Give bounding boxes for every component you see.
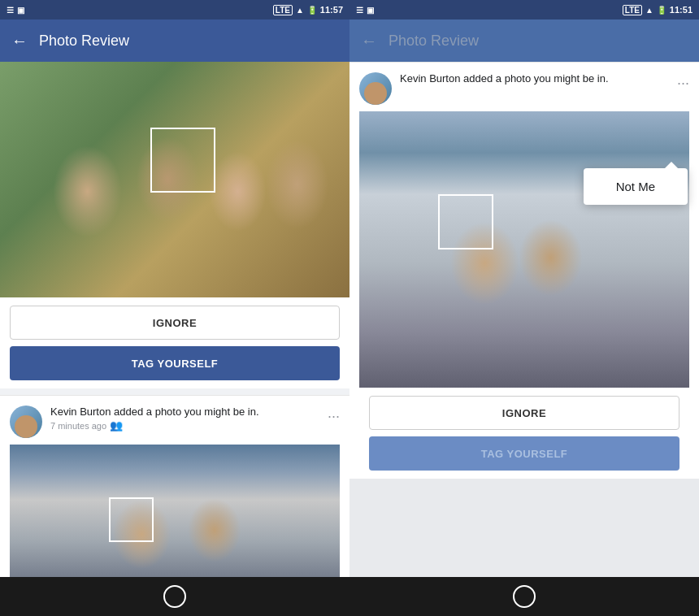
car-photo-main	[359, 111, 689, 388]
post-action-r: added a photo you might be in.	[460, 72, 608, 85]
group-photo-card: IGNORE TAG YOURSELF	[0, 62, 350, 388]
post-item-left: Kevin Burton added a photo you might be …	[0, 395, 350, 577]
status-bar-left: ☰ ▣ LTE ▲ 🔋 11:57	[0, 0, 350, 20]
audience-icon: 👥	[110, 419, 123, 432]
avatar	[10, 406, 42, 438]
sim-icon: ▣	[17, 6, 24, 15]
back-button[interactable]: ←	[11, 32, 28, 50]
battery-icon: 🔋	[307, 6, 317, 15]
group-photo	[0, 62, 350, 297]
post-meta: Kevin Burton added a photo you might be …	[50, 406, 321, 432]
network-icon: ☰	[7, 6, 14, 15]
right-phone: ☰ ▣ LTE ▲ 🔋 11:51 ← Photo Review Kevin B…	[350, 0, 699, 616]
author-name-r[interactable]: Kevin Burton	[400, 72, 460, 85]
bottom-bar-right	[350, 577, 699, 616]
face-detection-small	[109, 497, 154, 542]
status-right-icons-r: LTE ▲ 🔋 11:51	[623, 5, 692, 15]
face-detection-box	[150, 128, 215, 193]
tag-yourself-button[interactable]: TAG YOURSELF	[10, 346, 340, 380]
page-title-right: Photo Review	[389, 33, 479, 50]
status-left-icons: ☰ ▣	[7, 6, 24, 15]
post-time: 7 minutes ago 👥	[50, 419, 321, 432]
status-right-icons: LTE ▲ 🔋 11:57	[273, 5, 343, 15]
post-item-right: Kevin Burton added a photo you might be …	[350, 62, 699, 479]
home-button-r[interactable]	[513, 585, 536, 608]
back-button-r[interactable]: ←	[361, 32, 377, 50]
status-bar-right: ☰ ▣ LTE ▲ 🔋 11:51	[350, 0, 699, 20]
author-name[interactable]: Kevin Burton	[50, 406, 111, 418]
nav-bar-right: ← Photo Review	[350, 20, 699, 62]
post-author-r: Kevin Burton added a photo you might be …	[400, 72, 671, 85]
page-title-left: Photo Review	[39, 33, 129, 50]
status-left-icons-r: ☰ ▣	[356, 6, 374, 15]
action-buttons-r: IGNORE TAG YOURSELF	[359, 388, 689, 479]
ignore-button[interactable]: IGNORE	[10, 306, 340, 340]
signal-icon: ▲	[296, 6, 304, 15]
left-phone: ☰ ▣ LTE ▲ 🔋 11:57 ← Photo Review IGNORE …	[0, 0, 350, 616]
sim-icon-r: ▣	[367, 6, 374, 15]
not-me-option[interactable]: Not Me	[584, 168, 688, 205]
car-photo-preview	[10, 445, 340, 577]
home-button[interactable]	[163, 585, 186, 608]
content-left: IGNORE TAG YOURSELF Kevin Burton added a…	[0, 62, 350, 577]
content-right: Kevin Burton added a photo you might be …	[350, 62, 699, 577]
popup-menu: Not Me	[584, 168, 688, 205]
time-ago: 7 minutes ago	[50, 421, 106, 431]
lte-badge: LTE	[273, 5, 293, 15]
signal-icon-r: ▲	[645, 6, 653, 15]
nav-bar-left: ← Photo Review	[0, 20, 350, 62]
network-icon-r: ☰	[356, 6, 363, 15]
status-time-r: 11:51	[670, 5, 692, 15]
bottom-bar-left	[0, 577, 350, 616]
more-options-button-r[interactable]: ...	[677, 72, 689, 87]
lte-badge-r: LTE	[623, 5, 642, 15]
post-header-r: Kevin Burton added a photo you might be …	[359, 72, 689, 105]
face-detection-main	[438, 194, 493, 249]
post-action: added a photo you might be in.	[111, 406, 258, 418]
avatar-r	[359, 72, 392, 105]
more-options-button[interactable]: ...	[328, 406, 340, 420]
action-buttons: IGNORE TAG YOURSELF	[0, 297, 350, 388]
battery-icon-r: 🔋	[657, 6, 666, 15]
status-time: 11:57	[320, 5, 343, 15]
ignore-button-r[interactable]: IGNORE	[369, 396, 679, 430]
post-header: Kevin Burton added a photo you might be …	[10, 406, 340, 438]
post-author: Kevin Burton added a photo you might be …	[50, 406, 321, 418]
tag-yourself-button-r[interactable]: TAG YOURSELF	[369, 436, 679, 471]
post-meta-r: Kevin Burton added a photo you might be …	[400, 72, 671, 85]
